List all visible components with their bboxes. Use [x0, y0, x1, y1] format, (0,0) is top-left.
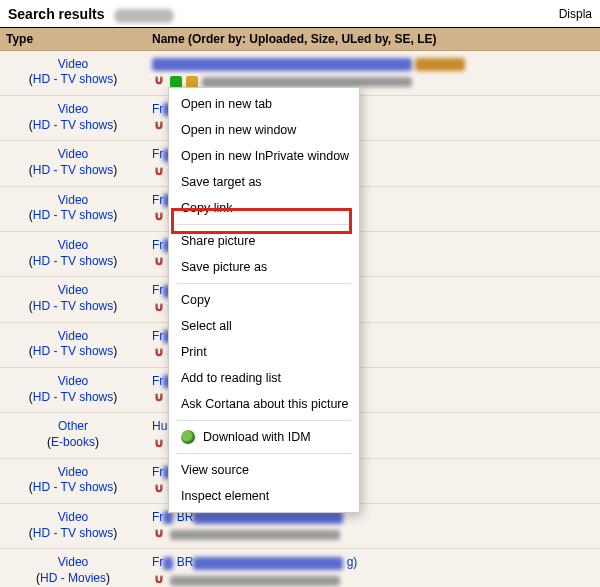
idm-icon	[181, 430, 195, 444]
ctx-ask-cortana[interactable]: Ask Cortana about this picture	[169, 391, 359, 417]
category-link[interactable]: Video	[58, 555, 88, 569]
blurred-link[interactable]	[163, 557, 173, 570]
ctx-open-inprivate[interactable]: Open in new InPrivate window	[169, 143, 359, 169]
ctx-share-picture[interactable]: Share picture	[169, 228, 359, 254]
display-label-truncated[interactable]: Displa	[559, 7, 592, 21]
ctx-reading-list[interactable]: Add to reading list	[169, 365, 359, 391]
magnet-icon[interactable]	[152, 483, 166, 497]
magnet-icon[interactable]	[152, 120, 166, 134]
subcategory-link[interactable]: HD - TV shows	[33, 344, 113, 358]
blurred-link[interactable]	[193, 557, 343, 570]
category-link[interactable]: Video	[58, 283, 88, 297]
torrent-link-prefix: Hu	[152, 419, 167, 433]
type-cell: Video(HD - TV shows)	[0, 504, 146, 549]
magnet-icon[interactable]	[152, 302, 166, 316]
subcategory-link[interactable]: HD - Movies	[40, 571, 106, 585]
svg-rect-8	[156, 258, 158, 260]
svg-rect-22	[156, 576, 158, 578]
magnet-icon[interactable]	[152, 574, 166, 587]
subcategory-link[interactable]: HD - TV shows	[33, 118, 113, 132]
svg-rect-14	[156, 394, 158, 396]
ctx-sep-4	[177, 453, 351, 454]
magnet-icon[interactable]	[152, 392, 166, 406]
torrent-link-prefix: Fr	[152, 193, 163, 207]
subcategory-link[interactable]: HD - TV shows	[33, 208, 113, 222]
svg-rect-10	[156, 304, 158, 306]
subcategory-link[interactable]: HD - TV shows	[33, 480, 113, 494]
subcategory-link[interactable]: HD - TV shows	[33, 299, 113, 313]
ctx-select-all[interactable]: Select all	[169, 313, 359, 339]
subcategory-link[interactable]: HD - TV shows	[33, 390, 113, 404]
blurred-link[interactable]	[163, 511, 173, 524]
ctx-download-idm[interactable]: Download with IDM	[169, 424, 359, 450]
subcategory-link[interactable]: HD - TV shows	[33, 526, 113, 540]
svg-rect-18	[156, 485, 158, 487]
category-link[interactable]: Video	[58, 510, 88, 524]
svg-rect-15	[160, 394, 162, 396]
table-row: Video(HD - Movies)Fr BR g)	[0, 549, 600, 587]
blurred-link[interactable]	[152, 58, 412, 71]
blurred-meta	[170, 530, 340, 540]
magnet-icon[interactable]	[152, 438, 166, 452]
blurred-uploader[interactable]	[415, 58, 465, 71]
category-link[interactable]: Video	[58, 147, 88, 161]
category-link[interactable]: Video	[58, 238, 88, 252]
category-link[interactable]: Video	[58, 374, 88, 388]
magnet-icon[interactable]	[152, 347, 166, 361]
category-link[interactable]: Video	[58, 57, 88, 71]
blurred-meta	[202, 77, 412, 87]
ctx-save-picture[interactable]: Save picture as	[169, 254, 359, 280]
svg-rect-5	[160, 168, 162, 170]
blurred-link[interactable]	[193, 511, 343, 524]
magnet-icon-svg	[152, 483, 166, 497]
context-menu: Open in new tab Open in new window Open …	[168, 87, 360, 513]
subcategory-link[interactable]: HD - TV shows	[33, 72, 113, 86]
magnet-icon-svg	[152, 302, 166, 316]
magnet-icon[interactable]	[152, 528, 166, 542]
magnet-icon-svg	[152, 392, 166, 406]
ctx-copy[interactable]: Copy	[169, 287, 359, 313]
magnet-icon-svg	[152, 347, 166, 361]
category-link[interactable]: Video	[58, 465, 88, 479]
category-link[interactable]: Video	[58, 193, 88, 207]
subcategory-link[interactable]: HD - TV shows	[33, 254, 113, 268]
torrent-link-prefix: Fr	[152, 147, 163, 161]
col-type[interactable]: Type	[0, 28, 146, 51]
category-link[interactable]: Video	[58, 102, 88, 116]
name-cell: Fr BR g)	[146, 549, 600, 587]
type-cell: Video(HD - TV shows)	[0, 50, 146, 95]
torrent-link-fragment[interactable]: BR	[177, 555, 194, 569]
torrent-link-prefix: Fr	[152, 329, 163, 343]
ctx-inspect[interactable]: Inspect element	[169, 483, 359, 509]
ctx-open-new-tab[interactable]: Open in new tab	[169, 91, 359, 117]
ctx-open-new-window[interactable]: Open in new window	[169, 117, 359, 143]
ctx-copy-link[interactable]: Copy link	[169, 195, 359, 221]
ctx-print[interactable]: Print	[169, 339, 359, 365]
category-link[interactable]: Video	[58, 329, 88, 343]
magnet-icon-svg	[152, 166, 166, 180]
svg-rect-20	[156, 530, 158, 532]
subcategory-link[interactable]: HD - TV shows	[33, 163, 113, 177]
magnet-icon[interactable]	[152, 166, 166, 180]
magnet-icon-svg	[152, 438, 166, 452]
category-link[interactable]: Other	[58, 419, 88, 433]
svg-rect-17	[160, 440, 162, 442]
magnet-icon-svg	[152, 574, 166, 587]
torrent-link-prefix: Fr	[152, 465, 163, 479]
torrent-link-prefix: Fr	[152, 238, 163, 252]
svg-rect-4	[156, 168, 158, 170]
magnet-icon[interactable]	[152, 211, 166, 225]
subcategory-link[interactable]: E-books	[51, 435, 95, 449]
ctx-sep-2	[177, 283, 351, 284]
magnet-icon[interactable]	[152, 256, 166, 270]
type-cell: Video(HD - TV shows)	[0, 458, 146, 503]
ctx-view-source[interactable]: View source	[169, 457, 359, 483]
col-name[interactable]: Name (Order by: Uploaded, Size, ULed by,…	[146, 28, 600, 51]
magnet-icon[interactable]	[152, 75, 166, 89]
type-cell: Video(HD - TV shows)	[0, 322, 146, 367]
ctx-sep-3	[177, 420, 351, 421]
ctx-save-target[interactable]: Save target as	[169, 169, 359, 195]
torrent-link-trail: g)	[347, 555, 358, 569]
svg-rect-2	[156, 122, 158, 124]
results-title: Search results	[8, 6, 105, 22]
